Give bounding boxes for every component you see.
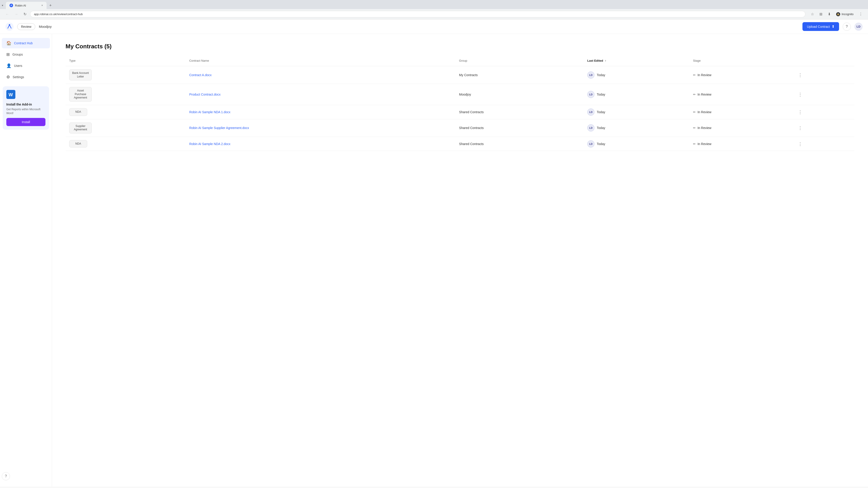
cell-group-1: Moodjoy [456,84,584,105]
row-more-button-3[interactable]: ⋮ [796,124,804,131]
editor-avatar-0: LD [587,71,594,78]
cell-more-0: ⋮ [793,66,855,84]
row-more-button-0[interactable]: ⋮ [796,71,804,78]
app-logo [5,23,13,31]
cell-more-2: ⋮ [793,105,855,119]
stage-container-3: ✏ In Review [693,126,789,130]
last-edited-container-1: LD Today [587,91,686,98]
cell-stage-2: ✏ In Review [689,105,793,119]
col-group: Group [456,57,584,66]
sidebar-item-label-users: Users [14,64,22,68]
sidebar-item-label-contract-hub: Contract Hub [14,41,33,45]
install-addon-button[interactable]: Install [6,118,45,126]
contract-link-4[interactable]: Robin AI Sample NDA 2.docx [189,142,230,146]
group-name-3: Shared Contracts [459,126,484,130]
svg-point-2 [9,24,10,26]
sidebar-addon-card: W Install the Add-in Get Reports within … [3,86,49,130]
row-more-button-2[interactable]: ⋮ [796,108,804,116]
sidebar-help-button[interactable]: ? [2,472,10,480]
browser-tab-bar: ▾ Robin AI × + [0,0,868,9]
col-last-edited[interactable]: Last Edited ↑ [584,57,689,66]
browser-tab-active[interactable]: Robin AI × [6,2,46,9]
sidebar-item-settings[interactable]: ⚙ Settings [2,72,50,82]
type-badge-3: Supplier Agreement [69,123,92,133]
org-name: Moodjoy [39,25,52,29]
cell-last-edited-1: LD Today [584,84,689,105]
cell-last-edited-2: LD Today [584,105,689,119]
edited-date-2: Today [597,110,605,114]
row-more-button-4[interactable]: ⋮ [796,140,804,148]
sidebar-item-groups[interactable]: ⊞ Groups [2,49,50,60]
cell-more-4: ⋮ [793,137,855,151]
stage-pencil-icon-2: ✏ [693,110,696,114]
contract-link-2[interactable]: Robin AI Sample NDA 1.docx [189,110,230,114]
page-title: My Contracts (5) [66,43,855,50]
bookmark-btn[interactable]: ☆ [809,11,816,17]
upload-btn-label: Upload Contract [807,25,830,29]
extensions-btn[interactable]: ⊞ [817,11,824,17]
tab-close-btn[interactable]: × [41,4,43,7]
stage-label-2: In Review [698,110,711,114]
last-edited-container-3: LD Today [587,124,686,131]
group-name-0: My Contracts [459,73,477,77]
stage-pencil-icon-4: ✏ [693,142,696,146]
sidebar-item-contract-hub[interactable]: 🏠 Contract Hub [2,38,50,48]
new-tab-btn[interactable]: + [48,2,54,9]
sidebar: 🏠 Contract Hub ⊞ Groups 👤 Users ⚙ Settin… [0,34,52,487]
stage-container-2: ✏ In Review [693,110,789,114]
contract-link-1[interactable]: Product Contract.docx [189,93,221,96]
type-badge-4: NDA [69,140,87,148]
cell-last-edited-4: LD Today [584,137,689,151]
main-content: My Contracts (5) Type Contract Name Grou… [52,34,868,487]
forward-btn[interactable]: → [13,11,20,17]
back-btn[interactable]: ← [4,11,11,17]
table-row: NDA Robin AI Sample NDA 1.docx Shared Co… [66,105,855,119]
row-more-button-1[interactable]: ⋮ [796,91,804,98]
cell-group-2: Shared Contracts [456,105,584,119]
word-icon: W [6,90,45,101]
edited-date-4: Today [597,142,605,146]
contract-link-3[interactable]: Robin AI Sample Supplier Agreement.docx [189,126,249,130]
svg-point-0 [9,4,13,7]
last-edited-container-2: LD Today [587,108,686,116]
group-name-4: Shared Contracts [459,142,484,146]
cell-last-edited-0: LD Today [584,66,689,84]
sidebar-item-label-settings: Settings [13,75,24,79]
user-avatar-button[interactable]: LD [855,23,863,31]
table-row: Asset Purchase Agreement Product Contrac… [66,84,855,105]
stage-pencil-icon-1: ✏ [693,93,696,96]
addon-description: Get Reports within Microsoft Word! [6,107,45,115]
contracts-table-body: Bank Account Letter Contract A.docx My C… [66,66,855,151]
address-bar[interactable]: app.robinai.co.uk/review/contract-hub [30,11,805,18]
browser-menu-btn[interactable]: ⋮ [857,11,864,17]
cell-contract-name-0: Contract A.docx [186,66,456,84]
sort-arrow-icon: ↑ [605,59,607,62]
sidebar-bottom: ? [0,469,52,483]
table-row: Bank Account Letter Contract A.docx My C… [66,66,855,84]
tab-title: Robin AI [15,4,26,7]
cell-more-1: ⋮ [793,84,855,105]
cell-stage-0: ✏ In Review [689,66,793,84]
download-btn[interactable]: ⬇ [826,11,833,17]
incognito-btn[interactable]: 🕵 Incognito [834,11,855,17]
cell-contract-name-1: Product Contract.docx [186,84,456,105]
contract-link-0[interactable]: Contract A.docx [189,73,212,77]
settings-icon: ⚙ [6,74,10,79]
tab-dropdown-btn[interactable]: ▾ [2,4,3,7]
cell-type-0: Bank Account Letter [66,66,186,84]
browser-nav-bar: ← → ↻ app.robinai.co.uk/review/contract-… [0,9,868,19]
sidebar-item-users[interactable]: 👤 Users [2,61,50,71]
cell-contract-name-2: Robin AI Sample NDA 1.docx [186,105,456,119]
users-icon: 👤 [6,63,11,68]
type-badge-1: Asset Purchase Agreement [69,87,92,102]
upload-contract-button[interactable]: Upload Contract ⬆ [802,22,839,31]
help-button[interactable]: ? [843,23,851,31]
stage-pencil-icon-3: ✏ [693,126,696,130]
groups-icon: ⊞ [6,52,10,57]
review-button[interactable]: Review [17,23,35,30]
last-edited-container-0: LD Today [587,71,686,78]
reload-btn[interactable]: ↻ [22,11,28,17]
col-contract-name: Contract Name [186,57,456,66]
edited-date-0: Today [597,73,605,77]
robin-ai-favicon [9,4,13,7]
